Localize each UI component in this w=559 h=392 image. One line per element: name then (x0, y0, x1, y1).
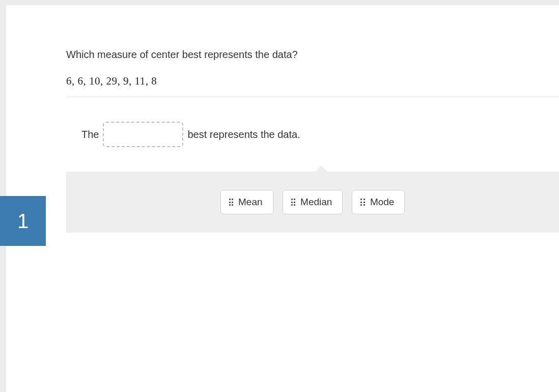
question-number-badge: 1 (0, 196, 46, 246)
option-median[interactable]: Median (283, 190, 343, 214)
question-prompt: Which measure of center best represents … (66, 49, 559, 61)
option-label: Mean (238, 197, 263, 208)
sentence-suffix: best represents the data. (187, 129, 300, 141)
question-number: 1 (17, 210, 29, 233)
drag-handle-icon (360, 199, 365, 206)
options-panel: Mean Median Mode (66, 172, 559, 233)
answer-drop-zone[interactable] (103, 122, 183, 147)
question-data-values: 6, 6, 10, 29, 9, 11, 8 (66, 75, 559, 88)
option-mode[interactable]: Mode (352, 190, 405, 214)
drag-handle-icon (229, 199, 234, 206)
option-label: Median (300, 197, 332, 208)
question-card: Which measure of center best represents … (6, 5, 559, 392)
drag-handle-icon (291, 199, 296, 206)
sentence-row: The best represents the data. (66, 97, 559, 172)
answer-area: The best represents the data. Mean Media… (66, 97, 559, 233)
option-mean[interactable]: Mean (220, 190, 273, 214)
option-label: Mode (370, 197, 395, 208)
options-wrapper: Mean Median Mode (220, 190, 405, 214)
sentence-prefix: The (81, 129, 99, 141)
question-content: Which measure of center best represents … (6, 5, 559, 88)
